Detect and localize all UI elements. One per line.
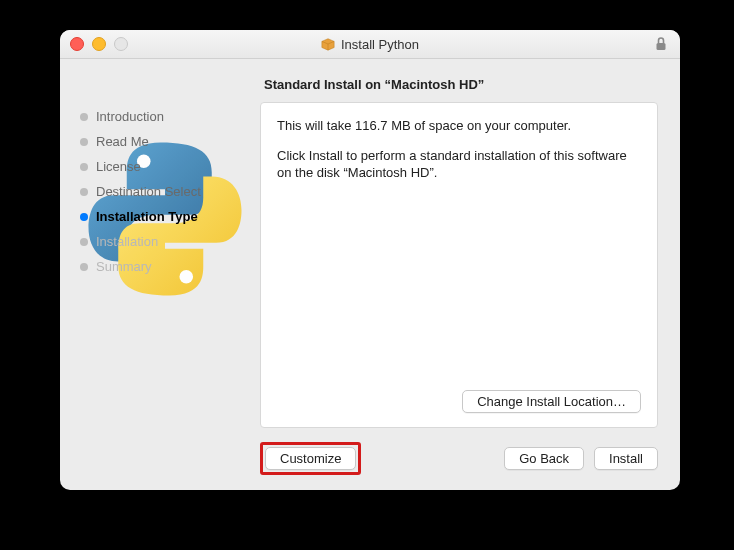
package-icon	[321, 37, 335, 51]
change-install-location-button[interactable]: Change Install Location…	[462, 390, 641, 413]
page-heading: Standard Install on “Macintosh HD”	[264, 77, 658, 92]
step-introduction: Introduction	[80, 109, 260, 124]
install-description-text: Click Install to perform a standard inst…	[277, 147, 641, 182]
footer-buttons: Customize Go Back Install	[260, 442, 658, 475]
main-panel: Standard Install on “Macintosh HD” This …	[260, 59, 680, 490]
step-label: Destination Select	[96, 184, 201, 199]
step-label: License	[96, 159, 141, 174]
content-box: This will take 116.7 MB of space on your…	[260, 102, 658, 428]
window-title-text: Install Python	[341, 37, 419, 52]
window-title: Install Python	[60, 37, 680, 52]
zoom-window-button	[114, 37, 128, 51]
steps-list: Introduction Read Me License Destination…	[80, 109, 260, 274]
space-required-text: This will take 116.7 MB of space on your…	[277, 117, 641, 135]
installer-window: Install Python	[60, 30, 680, 490]
step-destination-select: Destination Select	[80, 184, 260, 199]
titlebar: Install Python	[60, 30, 680, 59]
sidebar: Introduction Read Me License Destination…	[60, 59, 260, 490]
minimize-window-button[interactable]	[92, 37, 106, 51]
step-label: Installation	[96, 234, 158, 249]
go-back-button[interactable]: Go Back	[504, 447, 584, 470]
step-read-me: Read Me	[80, 134, 260, 149]
step-license: License	[80, 159, 260, 174]
step-installation-type: Installation Type	[80, 209, 260, 224]
step-installation: Installation	[80, 234, 260, 249]
customize-highlight: Customize	[260, 442, 361, 475]
step-label: Installation Type	[96, 209, 198, 224]
customize-button[interactable]: Customize	[265, 447, 356, 470]
lock-icon[interactable]	[654, 36, 668, 55]
step-summary: Summary	[80, 259, 260, 274]
window-controls	[70, 37, 128, 51]
step-label: Summary	[96, 259, 152, 274]
close-window-button[interactable]	[70, 37, 84, 51]
step-label: Introduction	[96, 109, 164, 124]
step-label: Read Me	[96, 134, 149, 149]
install-button[interactable]: Install	[594, 447, 658, 470]
svg-rect-0	[657, 43, 666, 50]
